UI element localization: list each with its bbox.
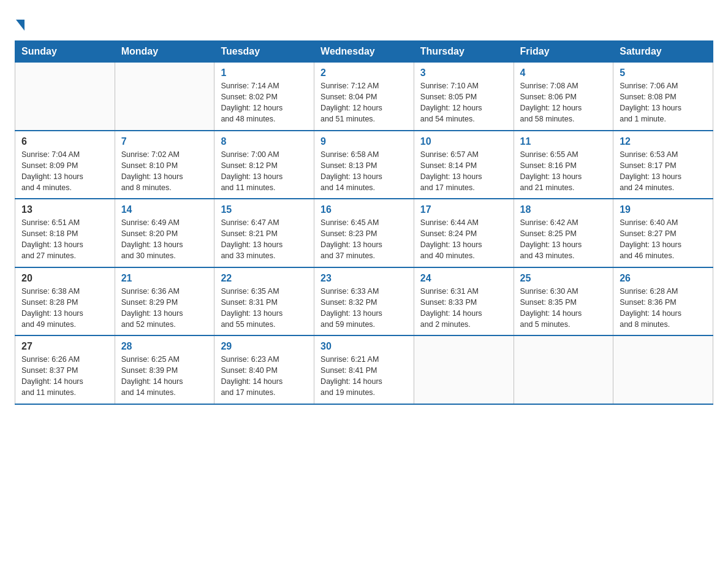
calendar-week-row: 1Sunrise: 7:14 AM Sunset: 8:02 PM Daylig…	[15, 63, 713, 131]
calendar-cell: 10Sunrise: 6:57 AM Sunset: 8:14 PM Dayli…	[414, 131, 514, 199]
calendar-cell: 22Sunrise: 6:35 AM Sunset: 8:31 PM Dayli…	[214, 267, 314, 336]
calendar-cell: 3Sunrise: 7:10 AM Sunset: 8:05 PM Daylig…	[414, 63, 514, 131]
calendar-cell: 18Sunrise: 6:42 AM Sunset: 8:25 PM Dayli…	[514, 199, 613, 267]
calendar-cell: 7Sunrise: 7:02 AM Sunset: 8:10 PM Daylig…	[115, 131, 214, 199]
day-info: Sunrise: 7:04 AM Sunset: 8:09 PM Dayligh…	[21, 149, 108, 194]
day-info: Sunrise: 7:06 AM Sunset: 8:08 PM Dayligh…	[620, 80, 707, 125]
day-number: 13	[21, 204, 108, 215]
day-of-week-header: Sunday	[15, 41, 115, 63]
day-info: Sunrise: 6:58 AM Sunset: 8:13 PM Dayligh…	[320, 149, 408, 194]
day-info: Sunrise: 6:30 AM Sunset: 8:35 PM Dayligh…	[520, 286, 607, 331]
calendar-cell: 11Sunrise: 6:55 AM Sunset: 8:16 PM Dayli…	[514, 131, 613, 199]
calendar-cell: 2Sunrise: 7:12 AM Sunset: 8:04 PM Daylig…	[314, 63, 414, 131]
day-number: 9	[320, 136, 408, 147]
calendar-cell: 5Sunrise: 7:06 AM Sunset: 8:08 PM Daylig…	[613, 63, 713, 131]
calendar-cell: 12Sunrise: 6:53 AM Sunset: 8:17 PM Dayli…	[613, 131, 713, 199]
day-info: Sunrise: 6:36 AM Sunset: 8:29 PM Dayligh…	[121, 286, 208, 331]
calendar-cell: 1Sunrise: 7:14 AM Sunset: 8:02 PM Daylig…	[214, 63, 314, 131]
calendar-cell	[613, 335, 713, 404]
day-number: 14	[121, 204, 208, 215]
day-info: Sunrise: 6:33 AM Sunset: 8:32 PM Dayligh…	[320, 286, 408, 331]
calendar-cell: 13Sunrise: 6:51 AM Sunset: 8:18 PM Dayli…	[15, 199, 115, 267]
calendar-cell: 25Sunrise: 6:30 AM Sunset: 8:35 PM Dayli…	[514, 267, 613, 336]
calendar-cell	[115, 63, 214, 131]
day-number: 7	[121, 136, 208, 147]
day-info: Sunrise: 6:26 AM Sunset: 8:37 PM Dayligh…	[21, 354, 108, 399]
calendar-cell: 8Sunrise: 7:00 AM Sunset: 8:12 PM Daylig…	[214, 131, 314, 199]
day-number: 15	[221, 204, 308, 215]
day-info: Sunrise: 6:40 AM Sunset: 8:27 PM Dayligh…	[620, 217, 707, 262]
calendar-cell	[15, 63, 115, 131]
day-number: 22	[221, 273, 308, 284]
day-info: Sunrise: 6:51 AM Sunset: 8:18 PM Dayligh…	[21, 217, 108, 262]
calendar-cell: 9Sunrise: 6:58 AM Sunset: 8:13 PM Daylig…	[314, 131, 414, 199]
day-number: 3	[420, 67, 507, 79]
day-info: Sunrise: 6:57 AM Sunset: 8:14 PM Dayligh…	[420, 149, 507, 194]
day-number: 1	[221, 67, 308, 79]
day-number: 5	[620, 67, 707, 79]
calendar-cell	[514, 335, 613, 404]
calendar-cell	[414, 335, 514, 404]
day-info: Sunrise: 6:25 AM Sunset: 8:39 PM Dayligh…	[121, 354, 208, 399]
day-number: 10	[420, 136, 507, 147]
calendar-cell: 24Sunrise: 6:31 AM Sunset: 8:33 PM Dayli…	[414, 267, 514, 336]
day-number: 4	[520, 67, 607, 79]
day-number: 19	[620, 204, 707, 215]
calendar-cell: 28Sunrise: 6:25 AM Sunset: 8:39 PM Dayli…	[115, 335, 214, 404]
day-of-week-header: Thursday	[414, 41, 514, 63]
calendar-week-row: 6Sunrise: 7:04 AM Sunset: 8:09 PM Daylig…	[15, 131, 713, 199]
day-number: 23	[320, 273, 408, 284]
calendar-cell: 30Sunrise: 6:21 AM Sunset: 8:41 PM Dayli…	[314, 335, 414, 404]
calendar-cell: 17Sunrise: 6:44 AM Sunset: 8:24 PM Dayli…	[414, 199, 514, 267]
logo	[15, 15, 25, 29]
day-info: Sunrise: 6:28 AM Sunset: 8:36 PM Dayligh…	[620, 286, 707, 331]
day-of-week-header: Wednesday	[314, 41, 414, 63]
calendar-header-row: SundayMondayTuesdayWednesdayThursdayFrid…	[15, 41, 713, 63]
day-info: Sunrise: 6:42 AM Sunset: 8:25 PM Dayligh…	[520, 217, 607, 262]
day-number: 12	[620, 136, 707, 147]
day-number: 2	[320, 67, 408, 79]
calendar-cell: 15Sunrise: 6:47 AM Sunset: 8:21 PM Dayli…	[214, 199, 314, 267]
day-number: 24	[420, 273, 507, 284]
calendar-cell: 6Sunrise: 7:04 AM Sunset: 8:09 PM Daylig…	[15, 131, 115, 199]
day-info: Sunrise: 6:55 AM Sunset: 8:16 PM Dayligh…	[520, 149, 607, 194]
day-info: Sunrise: 6:45 AM Sunset: 8:23 PM Dayligh…	[320, 217, 408, 262]
day-of-week-header: Saturday	[613, 41, 713, 63]
day-of-week-header: Friday	[514, 41, 613, 63]
day-info: Sunrise: 7:10 AM Sunset: 8:05 PM Dayligh…	[420, 80, 507, 125]
day-info: Sunrise: 7:14 AM Sunset: 8:02 PM Dayligh…	[221, 80, 308, 125]
day-info: Sunrise: 7:08 AM Sunset: 8:06 PM Dayligh…	[520, 80, 607, 125]
calendar-cell: 19Sunrise: 6:40 AM Sunset: 8:27 PM Dayli…	[613, 199, 713, 267]
day-of-week-header: Monday	[115, 41, 214, 63]
day-number: 8	[221, 136, 308, 147]
day-info: Sunrise: 6:23 AM Sunset: 8:40 PM Dayligh…	[221, 354, 308, 399]
day-number: 16	[320, 204, 408, 215]
calendar-cell: 29Sunrise: 6:23 AM Sunset: 8:40 PM Dayli…	[214, 335, 314, 404]
calendar-cell: 21Sunrise: 6:36 AM Sunset: 8:29 PM Dayli…	[115, 267, 214, 336]
day-info: Sunrise: 6:38 AM Sunset: 8:28 PM Dayligh…	[21, 286, 108, 331]
day-info: Sunrise: 7:00 AM Sunset: 8:12 PM Dayligh…	[221, 149, 308, 194]
calendar-cell: 23Sunrise: 6:33 AM Sunset: 8:32 PM Dayli…	[314, 267, 414, 336]
day-number: 6	[21, 136, 108, 147]
day-info: Sunrise: 6:31 AM Sunset: 8:33 PM Dayligh…	[420, 286, 507, 331]
day-info: Sunrise: 6:49 AM Sunset: 8:20 PM Dayligh…	[121, 217, 208, 262]
day-number: 21	[121, 273, 208, 284]
header	[15, 15, 713, 29]
day-info: Sunrise: 6:35 AM Sunset: 8:31 PM Dayligh…	[221, 286, 308, 331]
day-info: Sunrise: 6:44 AM Sunset: 8:24 PM Dayligh…	[420, 217, 507, 262]
day-info: Sunrise: 7:02 AM Sunset: 8:10 PM Dayligh…	[121, 149, 208, 194]
day-number: 30	[320, 341, 408, 352]
day-number: 17	[420, 204, 507, 215]
calendar-table: SundayMondayTuesdayWednesdayThursdayFrid…	[15, 40, 713, 405]
calendar-cell: 26Sunrise: 6:28 AM Sunset: 8:36 PM Dayli…	[613, 267, 713, 336]
logo-arrow-icon	[16, 20, 25, 31]
day-number: 18	[520, 204, 607, 215]
calendar-cell: 20Sunrise: 6:38 AM Sunset: 8:28 PM Dayli…	[15, 267, 115, 336]
day-of-week-header: Tuesday	[214, 41, 314, 63]
calendar-week-row: 27Sunrise: 6:26 AM Sunset: 8:37 PM Dayli…	[15, 335, 713, 404]
day-number: 25	[520, 273, 607, 284]
day-info: Sunrise: 6:21 AM Sunset: 8:41 PM Dayligh…	[320, 354, 408, 399]
day-number: 20	[21, 273, 108, 284]
day-number: 26	[620, 273, 707, 284]
day-number: 29	[221, 341, 308, 352]
